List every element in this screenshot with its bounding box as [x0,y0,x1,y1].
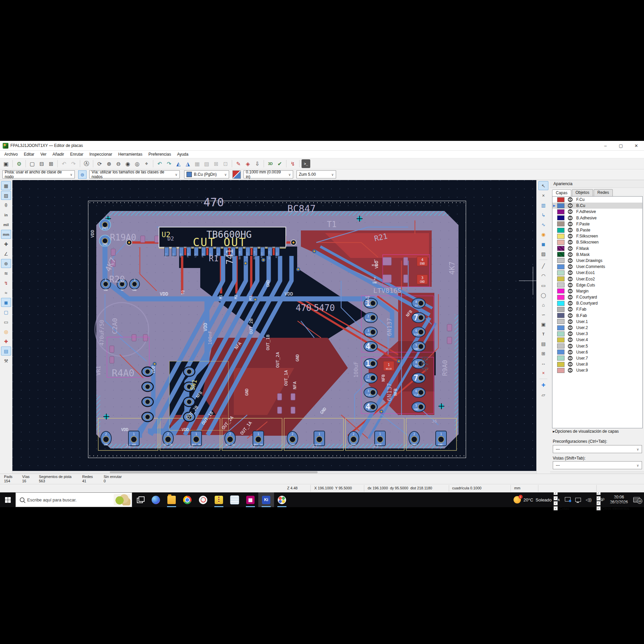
layer-color-swatch[interactable] [557,228,565,233]
delete-tool-icon[interactable]: × [538,368,548,377]
layer-color-swatch[interactable] [557,343,565,348]
layer-visibility-eye-icon[interactable] [568,325,573,330]
draw-zone-icon[interactable]: ◼ [538,239,548,249]
layer-row-user-comments[interactable]: User.Comments [552,264,642,270]
media-app-icon[interactable] [195,492,211,507]
layer-row-f-fab[interactable]: F.Fab [552,306,642,312]
layer-visibility-eye-icon[interactable] [568,215,573,221]
layer-color-swatch[interactable] [557,350,565,355]
layer-row-f-mask[interactable]: F.Mask [552,246,642,252]
layer-row-user-drawings[interactable]: User.Drawings [552,258,642,264]
layer-visibility-eye-icon[interactable] [568,282,573,288]
menu-preferencias[interactable]: Preferencias [146,151,174,157]
menu-herramientas[interactable]: Herramientas [115,151,145,157]
layer-visibility-eye-icon[interactable] [568,368,573,373]
layer-row-user-6[interactable]: User.6 [552,349,642,355]
layer-visibility-eye-icon[interactable] [568,276,573,282]
task-view-button[interactable] [132,492,148,507]
layer-color-swatch[interactable] [557,258,565,263]
layer-visibility-eye-icon[interactable] [568,246,573,251]
local-ratsnest-icon[interactable]: × [538,191,548,200]
notepad-icon[interactable] [227,492,243,507]
highlight-net-icon[interactable]: ↯ [288,159,297,168]
layer-row-b-courtyard[interactable]: B.Courtyard [552,300,642,306]
grid-origin-icon[interactable]: ✚ [538,380,548,389]
layer-visibility-eye-icon[interactable] [568,239,573,245]
layer-row-user-4[interactable]: User.4 [552,337,642,343]
layer-row-f-cu[interactable]: F.Cu [552,197,642,203]
layer-color-swatch[interactable] [557,270,565,275]
unlock-icon[interactable]: ⊡ [221,159,230,168]
units-mm-icon[interactable]: mm [1,230,11,239]
draw-rectangle-icon[interactable]: ▭ [538,281,548,290]
footprint-browser-icon[interactable]: ◈ [244,159,252,168]
zoom-combo[interactable]: Zum 5.00∨ [297,170,336,178]
layer-color-swatch[interactable] [557,368,565,373]
highlight-nets-icon[interactable]: ↯ [1,278,11,287]
place-via-icon[interactable]: ◉ [538,230,548,239]
layer-row-user-9[interactable]: User.9 [552,367,642,373]
units-inches-icon[interactable]: in [1,210,11,219]
layer-color-swatch[interactable] [557,362,565,367]
grid-overrides-icon[interactable]: ▨ [1,191,11,200]
layers-manager-icon[interactable]: ▤ [1,346,11,356]
footprint-editor-icon[interactable]: ✎ [234,159,243,168]
zoom-in-icon[interactable]: ⊕ [105,159,113,168]
layer-color-swatch[interactable] [557,337,565,342]
checkbox[interactable]: ✓ [553,506,558,511]
tracks-outline-icon[interactable]: ✚ [1,337,11,346]
draw-polygon-icon[interactable]: ⌂ [538,300,548,309]
layer-row-b-fab[interactable]: B.Fab [552,313,642,319]
menu-inspeccionar[interactable]: Inspeccionar [86,151,115,157]
menu-anadir[interactable]: Añadir [49,151,67,157]
layer-row-f-courtyard[interactable]: F.Courtyard [552,294,642,300]
layer-color-swatch[interactable] [557,307,565,312]
tab-objetos[interactable]: Objetos [572,189,593,197]
polar-coords-icon[interactable]: θ [1,201,11,210]
layer-row-b-paste[interactable]: B.Paste [552,227,642,233]
layer-visibility-eye-icon[interactable] [568,313,573,318]
layer-visibility-eye-icon[interactable] [568,203,573,208]
layer-visibility-eye-icon[interactable] [568,252,573,257]
draw-circle-icon[interactable]: ◯ [538,290,548,300]
tray-chevron-icon[interactable]: ∧ [557,497,560,502]
layer-visibility-eye-icon[interactable] [568,288,573,294]
refresh-icon[interactable]: ⟳ [95,159,104,168]
layer-row-user-1[interactable]: User.1 [552,319,642,325]
print-icon[interactable]: ⊟ [37,159,46,168]
rotate-ccw-icon[interactable]: ↶ [155,159,164,168]
layer-row-f-paste[interactable]: F.Paste [552,221,642,227]
place-footprint-icon[interactable]: ▥ [538,201,548,210]
layer-pair-button[interactable] [232,170,241,179]
checkbox[interactable]: ✓ [596,506,601,511]
layer-visibility-eye-icon[interactable] [568,331,573,336]
text-box-icon[interactable]: ▤ [538,339,548,348]
3d-viewer-icon[interactable]: 3D [266,159,275,168]
layer-visibility-eye-icon[interactable] [568,209,573,214]
layer-visibility-eye-icon[interactable] [568,319,573,324]
drc-icon[interactable]: ✔ [275,159,284,168]
lock-icon[interactable]: ⊠ [212,159,220,168]
canvas-horizontal-scrollbar[interactable] [12,471,536,474]
place-text-icon[interactable]: T [538,329,548,338]
rotate-cw-icon[interactable]: ↷ [165,159,173,168]
layer-display-options-link[interactable]: ▸Opciones de visualización de capas [553,429,619,434]
update-pcb-icon[interactable]: ⇩ [253,159,262,168]
auto-track-width-button[interactable]: ⊜ [78,170,87,179]
plot-icon[interactable]: ⊞ [47,159,55,168]
zoom-objects-icon[interactable]: ◎ [133,159,142,168]
speaker-icon[interactable]: ◁)) [586,497,591,502]
zoom-selection-icon[interactable]: ⌖ [142,159,151,168]
file-explorer-icon[interactable] [164,492,179,507]
layer-color-swatch[interactable] [557,203,565,208]
layer-visibility-eye-icon[interactable] [568,258,573,263]
tab-redes[interactable]: Redes [594,189,613,197]
layer-color-swatch[interactable] [557,295,565,300]
layer-color-swatch[interactable] [557,264,565,269]
via-size-combo[interactable]: Vía: utilizar los tamaños de las clases … [89,170,180,178]
menu-editar[interactable]: Editar [21,151,37,157]
layer-color-swatch[interactable] [557,282,565,287]
layer-visibility-eye-icon[interactable] [568,227,573,233]
presets-combo[interactable]: ---∨ [553,445,642,453]
table-icon[interactable]: ⊞ [538,349,548,358]
